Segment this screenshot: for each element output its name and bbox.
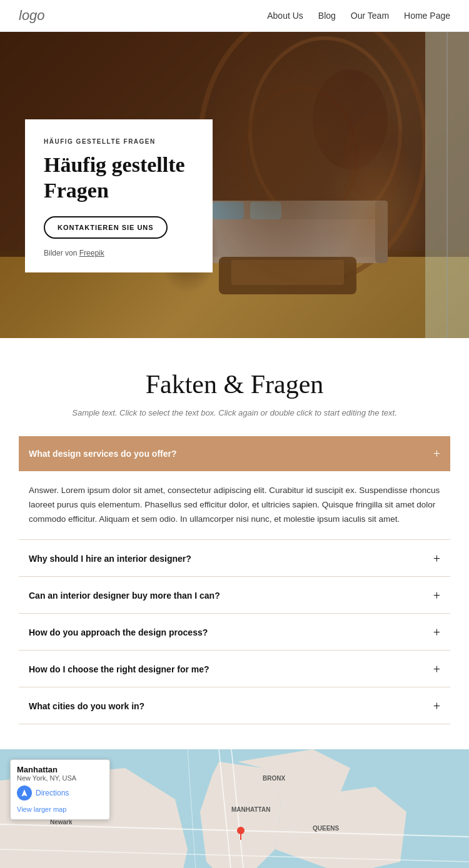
accordion-item-2: Why should I hire an interior designer? …: [19, 541, 450, 577]
accordion-question-2: Why should I hire an interior designer?: [29, 554, 191, 564]
hero-title: Häufig gestellte Fragen: [44, 152, 194, 204]
faq-section: Fakten & Fragen Sample text. Click to se…: [0, 338, 469, 749]
directions-icon: [17, 786, 32, 801]
svg-point-2: [200, 32, 425, 282]
directions-label[interactable]: Directions: [36, 789, 69, 797]
hero-credit: Bilder von Freepik: [44, 249, 194, 257]
accordion-header-5[interactable]: How do I choose the right designer for m…: [19, 652, 450, 687]
nav-home[interactable]: Home Page: [404, 11, 450, 21]
svg-rect-10: [375, 201, 388, 263]
svg-text:QUEENS: QUEENS: [313, 825, 340, 832]
hero-section: HÄUFIG GESTELLTE FRAGEN Häufig gestellte…: [0, 32, 469, 338]
map-location-title: Manhattan: [17, 765, 103, 774]
svg-rect-11: [213, 202, 244, 219]
accordion-icon-5: +: [433, 663, 440, 676]
svg-rect-15: [425, 32, 469, 338]
navbar: logo About Us Blog Our Team Home Page: [0, 0, 469, 32]
svg-rect-7: [188, 213, 388, 263]
faq-sample-text: Sample text. Click to select the text bo…: [19, 408, 450, 417]
accordion-item-5: How do I choose the right designer for m…: [19, 652, 450, 687]
accordion-item-1: What design services do you offer? + Ans…: [19, 436, 450, 540]
svg-point-3: [250, 38, 400, 226]
accordion-icon-6: +: [433, 700, 440, 712]
nav-links: About Us Blog Our Team Home Page: [267, 10, 450, 21]
accordion-question-5: How do I choose the right designer for m…: [29, 664, 209, 674]
nav-team[interactable]: Our Team: [351, 11, 389, 21]
accordion-item-6: What cities do you work in? +: [19, 689, 450, 724]
accordion-header-1[interactable]: What design services do you offer? +: [19, 436, 450, 471]
svg-point-6: [344, 113, 406, 201]
accordion-icon-2: +: [433, 552, 440, 565]
svg-rect-8: [188, 201, 388, 219]
accordion-header-2[interactable]: Why should I hire an interior designer? …: [19, 541, 450, 576]
map-popup: Manhattan New York, NY, USA Directions V…: [10, 759, 110, 820]
accordion-item-3: Can an interior designer buy more than I…: [19, 578, 450, 614]
accordion-header-6[interactable]: What cities do you work in? +: [19, 689, 450, 724]
map-section: MANHATTAN BROOKLYN QUEENS BRONX Newark N…: [0, 749, 469, 868]
nav-blog[interactable]: Blog: [318, 11, 336, 21]
svg-point-5: [313, 69, 388, 169]
accordion-icon-4: +: [433, 626, 440, 639]
accordion-question-3: Can an interior designer buy more than I…: [29, 591, 220, 601]
nav-about[interactable]: About Us: [267, 11, 303, 21]
faq-main-title: Fakten & Fragen: [19, 369, 450, 399]
accordion-header-4[interactable]: How do you approach the design process? …: [19, 615, 450, 650]
accordion-item-4: How do you approach the design process? …: [19, 615, 450, 651]
svg-rect-12: [250, 202, 281, 219]
accordion-question-1: What design services do you offer?: [29, 449, 177, 459]
svg-rect-13: [219, 257, 356, 294]
map-location-sub: New York, NY, USA: [17, 774, 103, 782]
accordion-icon-1: +: [433, 447, 440, 460]
hero-card: HÄUFIG GESTELLTE FRAGEN Häufig gestellte…: [25, 119, 213, 272]
svg-rect-14: [231, 260, 344, 285]
svg-text:MANHATTAN: MANHATTAN: [231, 806, 270, 813]
contact-button[interactable]: KONTAKTIEREN SIE UNS: [44, 216, 168, 239]
svg-text:BRONX: BRONX: [263, 775, 285, 782]
accordion-question-6: What cities do you work in?: [29, 701, 144, 711]
logo: logo: [19, 7, 45, 24]
accordion-icon-3: +: [433, 589, 440, 602]
accordion: What design services do you offer? + Ans…: [19, 436, 450, 724]
freepik-link[interactable]: Freepik: [79, 249, 104, 257]
accordion-header-3[interactable]: Can an interior designer buy more than I…: [19, 578, 450, 613]
accordion-question-4: How do you approach the design process?: [29, 627, 208, 637]
view-larger-map-link[interactable]: View larger map: [17, 806, 66, 813]
svg-point-4: [244, 88, 356, 226]
hero-subtitle: HÄUFIG GESTELLTE FRAGEN: [44, 138, 194, 145]
accordion-body-1: Answer. Lorem ipsum dolor sit amet, cons…: [19, 471, 450, 539]
